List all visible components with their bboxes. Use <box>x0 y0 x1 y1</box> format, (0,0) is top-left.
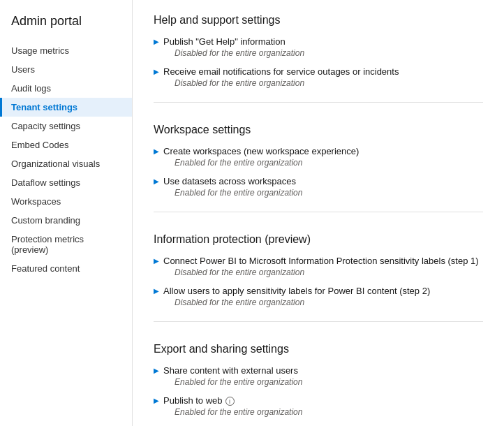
sidebar-item-featured-content[interactable]: Featured content <box>0 259 132 278</box>
setting-use-datasets: ▶Use datasets across workspacesEnabled f… <box>154 176 483 198</box>
setting-email-notifications: ▶Receive email notifications for service… <box>154 66 483 88</box>
setting-label-publish-to-web: Publish to webi <box>163 395 302 406</box>
setting-status-create-workspaces: Enabled for the entire organization <box>175 158 359 168</box>
setting-label-create-workspaces: Create workspaces (new workspace experie… <box>163 146 359 156</box>
setting-status-publish-to-web: Enabled for the entire organization <box>175 407 302 417</box>
sidebar-item-organizational-visuals[interactable]: Organizational visuals <box>0 154 132 173</box>
sidebar-item-audit-logs[interactable]: Audit logs <box>0 79 132 98</box>
expand-icon-publish-get-help[interactable]: ▶ <box>154 38 159 45</box>
expand-icon-connect-power-bi[interactable]: ▶ <box>154 257 159 265</box>
setting-label-email-notifications: Receive email notifications for service … <box>163 66 399 77</box>
section-title-export-sharing: Export and sharing settings <box>154 343 483 355</box>
expand-icon-use-datasets[interactable]: ▶ <box>154 177 159 185</box>
setting-label-allow-sensitivity-labels: Allow users to apply sensitivity labels … <box>163 286 430 296</box>
setting-publish-get-help: ▶Publish "Get Help" informationDisabled … <box>154 36 483 58</box>
section-export-sharing: Export and sharing settings▶Share conten… <box>154 343 483 426</box>
sidebar-item-usage-metrics[interactable]: Usage metrics <box>0 41 132 60</box>
setting-status-use-datasets: Enabled for the entire organization <box>175 188 302 198</box>
section-workspace-settings: Workspace settings▶Create workspaces (ne… <box>154 124 483 212</box>
section-title-workspace-settings: Workspace settings <box>154 124 483 136</box>
sidebar-item-custom-branding[interactable]: Custom branding <box>0 211 132 230</box>
expand-icon-publish-to-web[interactable]: ▶ <box>154 397 159 404</box>
main-content: Help and support settings▶Publish "Get H… <box>133 0 504 426</box>
app-title: Admin portal <box>0 7 132 41</box>
setting-status-share-external: Enabled for the entire organization <box>175 377 302 387</box>
setting-label-share-external: Share content with external users <box>163 365 302 376</box>
expand-icon-create-workspaces[interactable]: ▶ <box>154 147 159 155</box>
expand-icon-email-notifications[interactable]: ▶ <box>154 68 159 75</box>
info-icon-publish-to-web[interactable]: i <box>225 397 235 406</box>
setting-status-allow-sensitivity-labels: Disabled for the entire organization <box>175 298 430 307</box>
section-help-support: Help and support settings▶Publish "Get H… <box>154 14 483 103</box>
section-divider-workspace-settings <box>154 212 483 212</box>
setting-label-use-datasets: Use datasets across workspaces <box>163 176 302 186</box>
setting-allow-sensitivity-labels: ▶Allow users to apply sensitivity labels… <box>154 286 483 307</box>
sidebar-item-users[interactable]: Users <box>0 60 132 79</box>
setting-label-connect-power-bi: Connect Power BI to Microsoft Informatio… <box>163 256 479 266</box>
section-divider-information-protection <box>154 321 483 322</box>
setting-status-connect-power-bi: Disabled for the entire organization <box>175 267 479 277</box>
sidebar-item-capacity-settings[interactable]: Capacity settings <box>0 117 132 135</box>
section-title-help-support: Help and support settings <box>154 14 483 27</box>
sidebar-item-tenant-settings[interactable]: Tenant settings <box>0 98 132 117</box>
sidebar-item-workspaces[interactable]: Workspaces <box>0 192 132 211</box>
setting-label-publish-get-help: Publish "Get Help" information <box>163 36 304 47</box>
section-title-information-protection: Information protection (preview) <box>154 233 483 246</box>
sidebar-item-dataflow-settings[interactable]: Dataflow settings <box>0 173 132 192</box>
setting-status-email-notifications: Disabled for the entire organization <box>175 78 399 88</box>
expand-icon-share-external[interactable]: ▶ <box>154 367 159 374</box>
sidebar-item-protection-metrics[interactable]: Protection metrics (preview) <box>0 230 132 259</box>
setting-connect-power-bi: ▶Connect Power BI to Microsoft Informati… <box>154 256 483 277</box>
sidebar: Admin portal Usage metricsUsersAudit log… <box>0 0 133 426</box>
setting-create-workspaces: ▶Create workspaces (new workspace experi… <box>154 146 483 168</box>
sidebar-item-embed-codes[interactable]: Embed Codes <box>0 135 132 154</box>
expand-icon-allow-sensitivity-labels[interactable]: ▶ <box>154 287 159 295</box>
setting-share-external: ▶Share content with external usersEnable… <box>154 365 483 387</box>
setting-publish-to-web: ▶Publish to webiEnabled for the entire o… <box>154 395 483 417</box>
section-information-protection: Information protection (preview)▶Connect… <box>154 233 483 322</box>
section-divider-help-support <box>154 102 483 103</box>
setting-status-publish-get-help: Disabled for the entire organization <box>175 48 304 58</box>
